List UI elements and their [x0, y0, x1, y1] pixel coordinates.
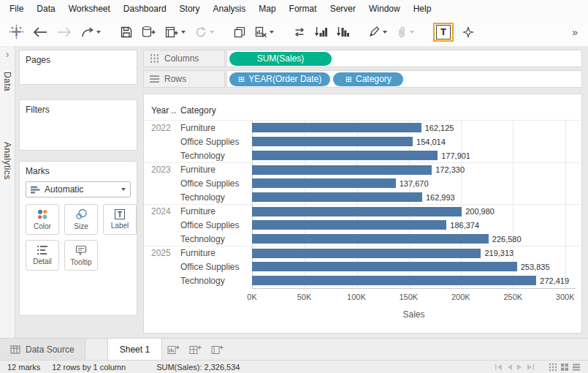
bar-mark[interactable] — [252, 249, 481, 258]
color-button[interactable]: Color — [26, 204, 59, 235]
expand-icon[interactable]: ⊞ — [238, 75, 245, 83]
category-row-label[interactable]: Furniture — [180, 123, 252, 133]
group-members-button[interactable] — [396, 23, 415, 42]
status-bar: 12 marks 12 rows by 1 column SUM(Sales):… — [0, 360, 588, 373]
bar-mark[interactable] — [252, 165, 432, 175]
bar-mark[interactable] — [252, 276, 536, 285]
menu-item-worksheet[interactable]: Worksheet — [62, 0, 117, 18]
collapse-pane-icon[interactable]: › — [0, 47, 15, 60]
bar-mark[interactable] — [252, 137, 413, 146]
rows-shelf[interactable]: ⊞YEAR(Order Date)⊞Category — [226, 70, 582, 88]
pill-category[interactable]: ⊞Category — [333, 72, 403, 86]
year-row-label[interactable]: 2022 — [144, 123, 180, 133]
menu-item-file[interactable]: File — [3, 0, 30, 18]
category-row-label[interactable]: Technology — [180, 192, 252, 203]
new-story-tab-button[interactable] — [206, 339, 228, 360]
data-source-grid-icon — [10, 345, 20, 354]
sheet-tab-sheet1[interactable]: Sheet 1 — [107, 339, 162, 360]
menu-item-dashboard[interactable]: Dashboard — [117, 0, 173, 18]
menu-item-analysis[interactable]: Analysis — [207, 0, 253, 18]
view-list-toggle[interactable] — [572, 363, 581, 372]
bar-track: 162,125 — [252, 121, 576, 135]
bar-mark[interactable] — [252, 123, 421, 132]
chevron-down-icon — [383, 31, 387, 34]
expand-icon[interactable]: ⊞ — [345, 75, 352, 83]
bar-mark[interactable] — [252, 234, 489, 244]
category-row-label[interactable]: Furniture — [180, 206, 252, 216]
bar-mark[interactable] — [252, 178, 396, 188]
sort-descending-button[interactable] — [336, 23, 350, 42]
data-source-tab[interactable]: Data Source — [0, 339, 85, 360]
year-column-header[interactable]: Year .. — [144, 105, 180, 116]
new-dashboard-icon — [189, 344, 202, 355]
refresh-button[interactable] — [194, 23, 215, 42]
chart-row: Technology162,993 — [144, 190, 581, 204]
category-row-label[interactable]: Furniture — [180, 165, 252, 175]
menu-item-window[interactable]: Window — [362, 0, 407, 18]
sort-ascending-button[interactable] — [314, 23, 328, 42]
menu-item-data[interactable]: Data — [30, 0, 61, 18]
x-axis[interactable]: 0K50K100K150K200K250K300K — [252, 289, 576, 304]
category-row-label[interactable]: Technology — [180, 151, 252, 161]
mark-type-dropdown[interactable]: Automatic — [26, 181, 131, 197]
bar-mark[interactable] — [252, 220, 446, 230]
chart-row: Office Supplies186,374 — [144, 218, 581, 232]
filters-shelf[interactable]: Filters — [19, 99, 137, 151]
toolbar-overflow-button[interactable]: » — [572, 26, 579, 38]
new-datasource-button[interactable] — [141, 23, 156, 42]
columns-icon — [150, 54, 159, 63]
tab-data[interactable]: Data — [2, 72, 12, 91]
swap-rows-columns-button[interactable] — [293, 23, 306, 42]
columns-shelf[interactable]: SUM(Sales) — [226, 50, 582, 67]
sheet-tab-bar: Data Source Sheet 1 — [0, 338, 588, 360]
category-row-label[interactable]: Office Supplies — [180, 262, 252, 272]
view-grid-toggle[interactable] — [560, 363, 569, 372]
year-row-label[interactable]: 2023 — [144, 165, 180, 175]
category-column-header[interactable]: Category — [180, 105, 252, 116]
bar-mark[interactable] — [252, 207, 462, 216]
pill-sum-sales-[interactable]: SUM(Sales) — [229, 52, 332, 66]
category-row-label[interactable]: Office Supplies — [180, 137, 252, 147]
fix-axes-button[interactable] — [462, 23, 475, 42]
menu-item-map[interactable]: Map — [252, 0, 282, 18]
forward-button[interactable] — [56, 23, 72, 42]
category-row-label[interactable]: Furniture — [180, 248, 252, 258]
bar-mark[interactable] — [252, 192, 422, 202]
menu-item-format[interactable]: Format — [283, 0, 324, 18]
duplicate-sheet-button[interactable] — [233, 23, 246, 42]
clear-sheet-button[interactable] — [254, 23, 275, 42]
category-row-label[interactable]: Office Supplies — [180, 178, 252, 189]
new-worksheet-tab-button[interactable] — [162, 339, 184, 360]
skip-to-start-button[interactable] — [495, 363, 503, 371]
highlight-button[interactable] — [368, 23, 388, 42]
year-row-label[interactable]: 2024 — [144, 206, 180, 216]
pill-year-order-date-[interactable]: ⊞YEAR(Order Date) — [229, 72, 330, 86]
bar-mark[interactable] — [252, 262, 517, 271]
save-button[interactable] — [120, 23, 133, 42]
tooltip-button[interactable]: Tooltip — [64, 240, 98, 271]
view-dots-toggle[interactable] — [549, 363, 557, 372]
tab-analytics[interactable]: Analytics — [2, 142, 12, 180]
bar-mark[interactable] — [252, 151, 438, 160]
menu-item-story[interactable]: Story — [173, 0, 207, 18]
replay-button[interactable] — [80, 23, 102, 42]
category-row-label[interactable]: Technology — [180, 234, 252, 244]
step-forward-button[interactable] — [516, 363, 523, 371]
detail-button[interactable]: Detail — [26, 240, 59, 271]
bar-value-label: 172,330 — [435, 165, 465, 174]
category-row-label[interactable]: Technology — [180, 276, 252, 286]
menu-item-server[interactable]: Server — [324, 0, 362, 18]
new-worksheet-button[interactable] — [164, 23, 186, 42]
new-dashboard-tab-button[interactable] — [184, 339, 206, 360]
x-tick-label: 250K — [503, 293, 522, 301]
back-button[interactable] — [32, 23, 48, 42]
category-row-label[interactable]: Office Supplies — [180, 220, 252, 230]
show-mark-labels-button[interactable]: T — [433, 23, 454, 42]
size-button[interactable]: Size — [64, 204, 98, 235]
label-button[interactable]: T Label — [103, 204, 137, 235]
pages-shelf[interactable]: Pages — [19, 50, 137, 85]
year-row-label[interactable]: 2025 — [144, 248, 180, 258]
menu-item-help[interactable]: Help — [407, 0, 438, 18]
skip-to-end-button[interactable] — [527, 363, 535, 371]
step-back-button[interactable] — [506, 363, 513, 371]
